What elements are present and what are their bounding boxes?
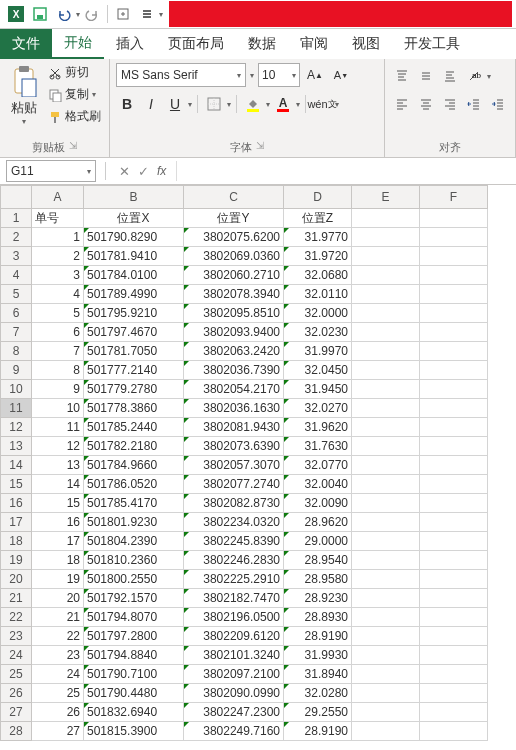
row-header[interactable]: 21 (1, 589, 32, 608)
cell[interactable]: 501785.2440 (84, 418, 184, 437)
cell[interactable]: 3802249.7160 (184, 722, 284, 741)
formula-bar-input[interactable] (176, 161, 516, 181)
cell[interactable]: 29.0000 (284, 532, 352, 551)
underline-button[interactable]: U (164, 93, 186, 115)
cell[interactable]: 501804.2390 (84, 532, 184, 551)
cell[interactable]: 3802182.7470 (184, 589, 284, 608)
cell[interactable] (420, 418, 488, 437)
enter-formula-icon[interactable]: ✓ (138, 164, 149, 179)
cell[interactable]: 31.9930 (284, 646, 352, 665)
cell[interactable]: 31.9450 (284, 380, 352, 399)
row-header[interactable]: 17 (1, 513, 32, 532)
cell[interactable]: 501790.4480 (84, 684, 184, 703)
cell[interactable] (352, 437, 420, 456)
cell[interactable]: 位置Y (184, 209, 284, 228)
column-header-C[interactable]: C (184, 186, 284, 209)
cell[interactable]: 3802060.2710 (184, 266, 284, 285)
cell[interactable]: 31.9620 (284, 418, 352, 437)
cell[interactable] (352, 570, 420, 589)
cell[interactable] (352, 228, 420, 247)
cell[interactable]: 32.0450 (284, 361, 352, 380)
cell[interactable]: 28.9620 (284, 513, 352, 532)
cell[interactable]: 501790.8290 (84, 228, 184, 247)
cell[interactable]: 501797.2800 (84, 627, 184, 646)
cell[interactable]: 5 (32, 304, 84, 323)
bold-button[interactable]: B (116, 93, 138, 115)
copy-dropdown-icon[interactable]: ▾ (92, 90, 96, 99)
cell[interactable]: 31.9720 (284, 247, 352, 266)
tab-home[interactable]: 开始 (52, 29, 104, 59)
row-header[interactable]: 2 (1, 228, 32, 247)
cell[interactable]: 3802077.2740 (184, 475, 284, 494)
cell[interactable]: 501784.0100 (84, 266, 184, 285)
cell[interactable]: 501785.4170 (84, 494, 184, 513)
cell[interactable] (420, 342, 488, 361)
cell[interactable] (420, 589, 488, 608)
cell[interactable] (352, 532, 420, 551)
cell[interactable] (420, 456, 488, 475)
cell[interactable]: 32.0000 (284, 304, 352, 323)
cell[interactable]: 18 (32, 551, 84, 570)
row-header[interactable]: 20 (1, 570, 32, 589)
cell[interactable]: 11 (32, 418, 84, 437)
cell[interactable]: 28.9190 (284, 722, 352, 741)
underline-dropdown-icon[interactable]: ▾ (188, 100, 192, 109)
cell[interactable] (420, 608, 488, 627)
border-button[interactable] (203, 93, 225, 115)
cell[interactable]: 32.0770 (284, 456, 352, 475)
column-header-A[interactable]: A (32, 186, 84, 209)
cell[interactable]: 501800.2550 (84, 570, 184, 589)
cell[interactable]: 3802097.2100 (184, 665, 284, 684)
cell[interactable]: 14 (32, 475, 84, 494)
fill-color-button[interactable] (242, 93, 264, 115)
cell[interactable]: 501797.4670 (84, 323, 184, 342)
cell[interactable] (352, 589, 420, 608)
row-header[interactable]: 23 (1, 627, 32, 646)
copy-button[interactable]: 复制 ▾ (46, 85, 103, 104)
cell[interactable]: 3802036.7390 (184, 361, 284, 380)
cell[interactable]: 32.0280 (284, 684, 352, 703)
cell[interactable] (420, 285, 488, 304)
redo-icon[interactable] (83, 5, 101, 23)
cell[interactable]: 3802101.3240 (184, 646, 284, 665)
cell[interactable] (352, 475, 420, 494)
row-header[interactable]: 12 (1, 418, 32, 437)
cell[interactable]: 13 (32, 456, 84, 475)
cell[interactable]: 10 (32, 399, 84, 418)
cell[interactable] (352, 380, 420, 399)
tab-data[interactable]: 数据 (236, 29, 288, 59)
cell[interactable]: 501789.4990 (84, 285, 184, 304)
cell[interactable] (352, 209, 420, 228)
italic-button[interactable]: I (140, 93, 162, 115)
paste-button[interactable]: 粘贴 ▾ (6, 63, 42, 128)
column-header-D[interactable]: D (284, 186, 352, 209)
cell[interactable]: 7 (32, 342, 84, 361)
cell[interactable]: 501832.6940 (84, 703, 184, 722)
tab-insert[interactable]: 插入 (104, 29, 156, 59)
tab-file[interactable]: 文件 (0, 29, 52, 59)
row-header[interactable]: 18 (1, 532, 32, 551)
cell[interactable] (352, 551, 420, 570)
cell[interactable]: 3802234.0320 (184, 513, 284, 532)
row-header[interactable]: 7 (1, 323, 32, 342)
cell[interactable]: 15 (32, 494, 84, 513)
tab-developer[interactable]: 开发工具 (392, 29, 472, 59)
cell[interactable]: 32.0110 (284, 285, 352, 304)
cell[interactable]: 31.9970 (284, 342, 352, 361)
cell[interactable]: 501779.2780 (84, 380, 184, 399)
cell[interactable]: 28.9230 (284, 589, 352, 608)
cell[interactable]: 3802093.9400 (184, 323, 284, 342)
cell[interactable]: 12 (32, 437, 84, 456)
cell[interactable] (420, 380, 488, 399)
cell[interactable] (420, 722, 488, 741)
cell[interactable]: 501792.1570 (84, 589, 184, 608)
cell[interactable]: 501778.3860 (84, 399, 184, 418)
row-header[interactable]: 3 (1, 247, 32, 266)
undo-icon[interactable] (55, 5, 73, 23)
cell[interactable] (352, 285, 420, 304)
cell[interactable] (420, 228, 488, 247)
cell[interactable]: 501781.7050 (84, 342, 184, 361)
cell[interactable]: 27 (32, 722, 84, 741)
column-header-B[interactable]: B (84, 186, 184, 209)
row-header[interactable]: 10 (1, 380, 32, 399)
